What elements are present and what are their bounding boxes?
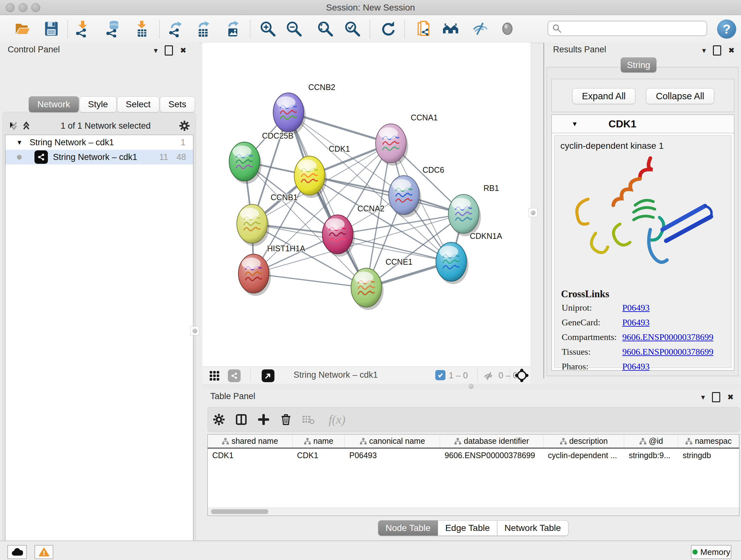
warnings-button[interactable] — [35, 545, 53, 559]
panel-float-icon[interactable] — [165, 45, 173, 56]
save-session-icon[interactable] — [42, 19, 61, 39]
refresh-view-icon[interactable] — [378, 19, 398, 39]
panel-menu-icon[interactable]: ▾ — [154, 47, 158, 54]
gene-card-header[interactable]: ▼ CDK1 — [552, 115, 734, 133]
crosslink-label: Pharos: — [555, 361, 622, 372]
export-network-icon[interactable] — [166, 19, 186, 39]
crosslink-link[interactable]: 9606.ENSP00000378699 — [622, 332, 713, 342]
network-node-ccnb1[interactable]: CCNB1 — [237, 193, 298, 246]
panel-close-icon[interactable]: ✖ — [728, 47, 735, 54]
string-import-icon[interactable] — [414, 19, 433, 39]
node-table[interactable]: shared namenamecanonical namedatabase id… — [207, 434, 739, 516]
network-options-gear-icon[interactable] — [179, 120, 190, 132]
hide-unhide-icon[interactable] — [470, 19, 490, 39]
network-row[interactable]: String Network – cdk1 11 48 — [5, 150, 193, 165]
zoom-fit-icon[interactable] — [315, 19, 335, 39]
export-table-icon[interactable] — [193, 19, 213, 39]
tab-network-table[interactable]: Network Table — [497, 520, 568, 536]
panel-menu-icon[interactable]: ▾ — [702, 47, 706, 54]
network-node-hist1h1a[interactable]: HIST1H1A — [239, 244, 306, 296]
panel-float-icon[interactable] — [712, 392, 720, 402]
crosslink-link[interactable]: 9606.ENSP00000378699 — [622, 347, 713, 357]
network-node-ccna2[interactable]: CCNA2 — [322, 204, 385, 257]
zoom-selected-icon[interactable] — [342, 19, 362, 39]
string-home-icon[interactable] — [441, 19, 461, 39]
expand-all-button[interactable]: Expand All — [572, 88, 635, 104]
grid-view-icon[interactable] — [209, 371, 219, 381]
search-field[interactable] — [548, 21, 707, 36]
collapse-all-button[interactable]: Collapse All — [646, 88, 714, 104]
zoom-in-icon[interactable] — [258, 19, 278, 39]
column-header-database-identifier[interactable]: database identifier — [440, 435, 543, 448]
show-columns-icon[interactable] — [230, 410, 253, 429]
column-header-canonical-name[interactable]: canonical name — [345, 435, 440, 448]
birdseye-icon[interactable] — [497, 19, 517, 39]
network-edge[interactable] — [310, 176, 464, 214]
column-header-name[interactable]: name — [293, 435, 345, 448]
import-table-file-icon[interactable] — [132, 19, 151, 39]
scrollbar-thumb[interactable] — [211, 509, 268, 514]
open-session-icon[interactable] — [12, 19, 32, 39]
import-network-database-icon[interactable] — [104, 19, 123, 39]
collapse-all-chevron-icon[interactable] — [8, 120, 18, 131]
create-column-icon[interactable] — [253, 410, 275, 429]
crosslink-link[interactable]: P06493 — [622, 361, 650, 372]
expand-all-chevron-icon[interactable] — [22, 120, 32, 131]
tab-edge-table[interactable]: Edge Table — [438, 520, 497, 536]
right-splitter-handle[interactable] — [529, 208, 537, 217]
crosslink-link[interactable]: P06493 — [622, 303, 650, 313]
automation-cloud-button[interactable] — [7, 545, 27, 559]
network-node-rb1[interactable]: RB1 — [448, 184, 499, 236]
panel-menu-icon[interactable]: ▾ — [701, 393, 705, 401]
network-node-count: 11 — [159, 152, 168, 162]
export-image-icon[interactable] — [223, 19, 243, 39]
disclosure-triangle-icon[interactable]: ▼ — [16, 139, 23, 146]
cloud-icon — [11, 548, 23, 556]
network-node-cdkn1a[interactable]: CDKN1A — [436, 232, 502, 284]
column-header-namespac[interactable]: namespac — [678, 435, 739, 448]
tab-string[interactable]: String — [621, 57, 657, 72]
panel-close-icon[interactable]: ✖ — [727, 393, 734, 401]
left-splitter-handle[interactable] — [190, 326, 199, 335]
network-thumbnail-icon[interactable] — [228, 369, 241, 382]
crosslink-link[interactable]: P06493 — [622, 317, 650, 327]
network-edge[interactable] — [288, 112, 366, 288]
network-node-cdc25b[interactable]: CDC25B — [229, 131, 293, 184]
network-node-ccna1[interactable]: CCNA1 — [376, 113, 438, 166]
panel-close-icon[interactable]: ✖ — [180, 47, 186, 54]
table-row[interactable]: CDK1CDK1P064939606.ENSP00000378699cyclin… — [208, 449, 739, 462]
selected-checkbox-icon[interactable] — [435, 370, 446, 380]
network-collection-row[interactable]: ▼ String Network – cdk1 1 — [5, 135, 193, 150]
birdseye-toggle-icon[interactable] — [515, 369, 529, 382]
network-graph[interactable]: CCNB2CCNA1CDC25BCDK1CDC6RB1CCNB1CCNA2CDK… — [202, 43, 530, 367]
tab-select[interactable]: Select — [117, 97, 159, 112]
delete-column-trash-icon[interactable] — [275, 410, 297, 429]
network-node-cdc6[interactable]: CDC6 — [389, 165, 444, 217]
help-button[interactable]: ? — [717, 19, 736, 39]
tab-style[interactable]: Style — [79, 97, 117, 112]
control-panel: Control Panel ▾ ✖ NetworkStyleSelectSets… — [0, 43, 199, 539]
panel-float-icon[interactable] — [713, 45, 721, 56]
table-body: CDK1CDK1P064939606.ENSP00000378699cyclin… — [208, 449, 739, 462]
zoom-out-icon[interactable] — [284, 19, 304, 39]
disclosure-triangle-icon[interactable]: ▼ — [571, 120, 578, 128]
horizontal-splitter[interactable] — [202, 384, 741, 389]
column-header-description[interactable]: description — [543, 435, 624, 448]
tab-node-table[interactable]: Node Table — [378, 520, 438, 536]
memory-button[interactable]: Memory — [691, 545, 731, 559]
network-node-ccne1[interactable]: CCNE1 — [351, 257, 413, 310]
table-options-gear-icon[interactable] — [208, 410, 230, 429]
results-panel-title: Results Panel — [553, 45, 606, 55]
tab-network[interactable]: Network — [29, 97, 79, 112]
network-canvas[interactable]: CCNB2CCNA1CDC25BCDK1CDC6RB1CCNB1CCNA2CDK… — [202, 43, 530, 367]
table-horizontal-scrollbar[interactable] — [208, 508, 739, 516]
column-header-shared-name[interactable]: shared name — [208, 435, 293, 448]
open-in-window-icon[interactable] — [262, 369, 274, 382]
tab-sets[interactable]: Sets — [160, 97, 195, 112]
crosslink-row: Pharos:P06493 — [555, 359, 731, 374]
import-network-file-icon[interactable] — [73, 19, 92, 39]
hidden-eye-icon[interactable] — [483, 370, 495, 381]
column-header--id[interactable]: @id — [624, 435, 678, 448]
table-cell: stringdb — [678, 449, 739, 462]
search-input[interactable] — [562, 23, 700, 34]
